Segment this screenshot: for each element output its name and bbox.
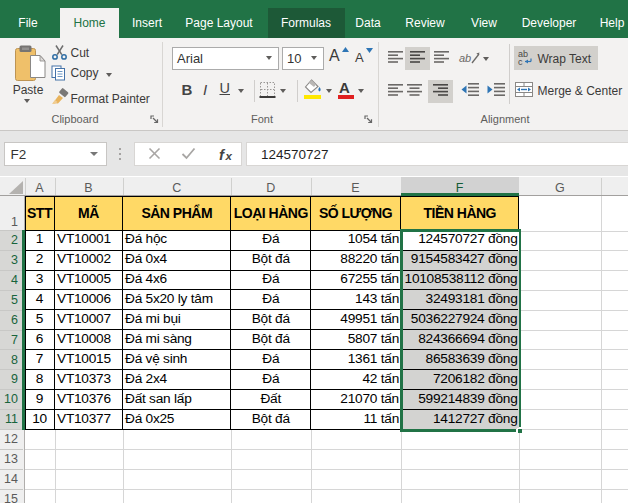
svg-text:c: c — [518, 57, 523, 67]
svg-text:ab: ab — [459, 52, 471, 64]
